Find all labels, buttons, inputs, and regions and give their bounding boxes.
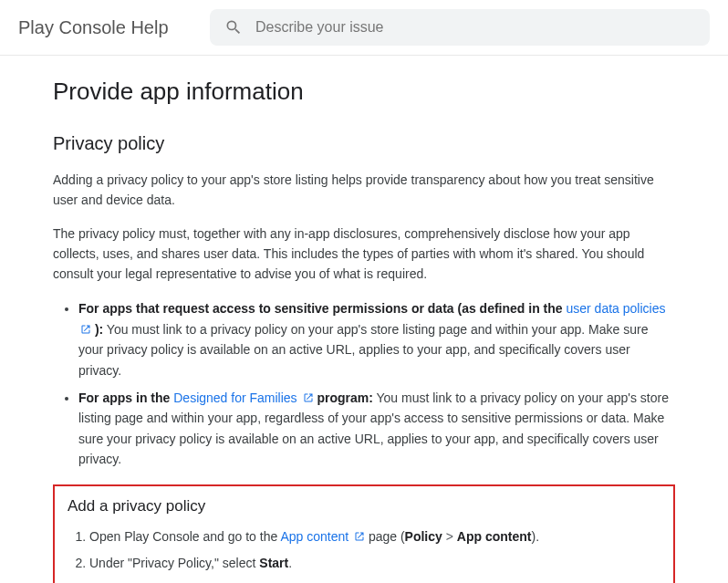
header: Play Console Help <box>0 0 728 56</box>
intro-paragraph-2: The privacy policy must, together with a… <box>53 224 675 284</box>
note-item: Note: If you've previously added a priva… <box>111 578 660 583</box>
section-title: Privacy policy <box>53 133 675 154</box>
external-link-icon <box>303 392 314 403</box>
external-link-icon <box>354 531 365 542</box>
breadcrumb-policy: Policy <box>405 529 442 544</box>
step-item: Under "Privacy Policy," select Start. No… <box>89 553 660 583</box>
chevron-right-icon: > <box>446 529 453 544</box>
search-input[interactable] <box>255 19 695 36</box>
bullet-lead: For apps that request access to sensitiv… <box>78 301 567 316</box>
bullet-lead: For apps in the <box>78 390 173 405</box>
breadcrumb-app-content: App content <box>457 529 532 544</box>
search-icon <box>224 18 243 36</box>
designed-for-families-link[interactable]: Designed for Families <box>173 390 313 405</box>
callout-title: Add a privacy policy <box>68 497 660 515</box>
step-item: Open Play Console and go to the App cont… <box>89 526 660 548</box>
bullet-program: program: <box>314 390 373 405</box>
external-link-icon <box>80 324 91 335</box>
start-label: Start <box>259 556 288 570</box>
list-item: For apps that request access to sensitiv… <box>78 298 675 380</box>
note-list: Note: If you've previously added a priva… <box>89 578 660 583</box>
list-item: For apps in the Designed for Families pr… <box>78 388 675 470</box>
callout-box: Add a privacy policy Open Play Console a… <box>53 484 675 583</box>
site-title: Play Console Help <box>18 17 182 38</box>
bullet-after-link: ): <box>91 322 103 337</box>
steps-list: Open Play Console and go to the App cont… <box>68 526 660 583</box>
bullet-body: You must link to a privacy policy on you… <box>78 322 648 378</box>
search-box[interactable] <box>210 9 710 46</box>
requirement-list: For apps that request access to sensitiv… <box>53 298 675 469</box>
intro-paragraph-1: Adding a privacy policy to your app's st… <box>53 171 675 210</box>
main-content: Provide app information Privacy policy A… <box>0 56 728 583</box>
app-content-link[interactable]: App content <box>280 529 365 544</box>
page-title: Provide app information <box>53 78 675 106</box>
